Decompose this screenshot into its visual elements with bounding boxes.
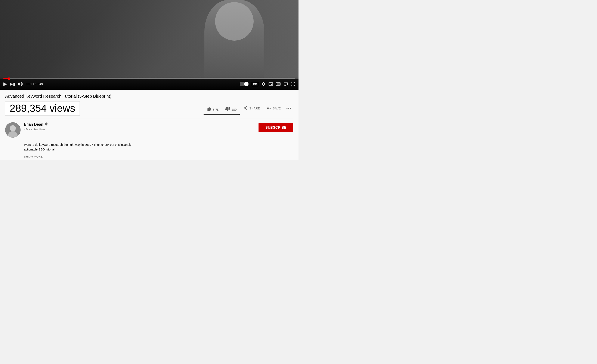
channel-info: Brian Dean 454K subscribers: [24, 122, 255, 131]
save-label: SAVE: [273, 107, 281, 110]
more-icon: •••: [286, 106, 292, 111]
description-section: Want to do keyword research the right wa…: [0, 141, 298, 160]
subscriber-count: 454K subscribers: [24, 128, 45, 131]
cc-button[interactable]: CC: [252, 82, 258, 86]
channel-avatar[interactable]: [5, 122, 21, 138]
channel-section: Brian Dean 454K subscribers SUBSCRIBE: [0, 118, 298, 141]
likes-dislikes-group: 8.7K 180: [204, 105, 240, 115]
svg-rect-1: [271, 84, 272, 85]
dislike-button[interactable]: 180: [222, 105, 240, 114]
save-button[interactable]: SAVE: [264, 104, 284, 113]
time-display: 0:01 / 10:49: [26, 82, 43, 86]
thumbs-down-icon: [225, 107, 230, 112]
more-options-button[interactable]: •••: [285, 105, 293, 112]
next-button[interactable]: ▶▮: [10, 82, 15, 86]
video-meta-row: 289,354 views 8.7K: [5, 101, 293, 118]
progress-bar[interactable]: [3, 78, 295, 79]
cast-button[interactable]: [283, 82, 288, 86]
play-button[interactable]: ▶: [3, 81, 7, 87]
dislike-count: 180: [231, 108, 237, 111]
video-controls: ▶ ▶▮ 0:01 / 10:49 CC: [0, 77, 298, 90]
subscribe-button[interactable]: SUBSCRIBE: [259, 123, 293, 132]
svg-point-5: [10, 125, 16, 131]
channel-name-row: Brian Dean: [24, 122, 255, 127]
share-button[interactable]: SHARE: [241, 104, 263, 113]
video-info: Advanced Keyword Research Tutorial (5-St…: [0, 90, 298, 118]
share-icon: [244, 106, 248, 111]
save-icon: [267, 106, 271, 111]
action-buttons: 8.7K 180 SHARE: [204, 104, 293, 113]
autoplay-switch[interactable]: [240, 82, 249, 86]
channel-name[interactable]: Brian Dean: [24, 122, 43, 127]
fullscreen-button[interactable]: [291, 82, 295, 86]
show-more-button[interactable]: SHOW MORE: [24, 155, 43, 158]
thumbs-up-icon: [207, 107, 211, 112]
video-title: Advanced Keyword Research Tutorial (5-St…: [5, 93, 293, 99]
volume-button[interactable]: [18, 82, 23, 86]
settings-button[interactable]: [261, 82, 266, 86]
autoplay-toggle[interactable]: [240, 82, 249, 86]
like-count: 8.7K: [213, 108, 219, 111]
svg-rect-3: [277, 83, 280, 85]
miniplayer-button[interactable]: [268, 82, 273, 86]
toggle-knob: [244, 82, 248, 86]
views-count: 289,354 views: [5, 101, 80, 116]
like-button[interactable]: 8.7K: [204, 105, 222, 114]
share-label: SHARE: [249, 107, 260, 110]
video-player: ▶ ▶▮ 0:01 / 10:49 CC: [0, 0, 298, 90]
theater-button[interactable]: [276, 82, 281, 86]
progress-fill: [3, 78, 9, 79]
description-text: Want to do keyword research the right wa…: [24, 142, 195, 152]
verified-badge: [45, 122, 48, 126]
